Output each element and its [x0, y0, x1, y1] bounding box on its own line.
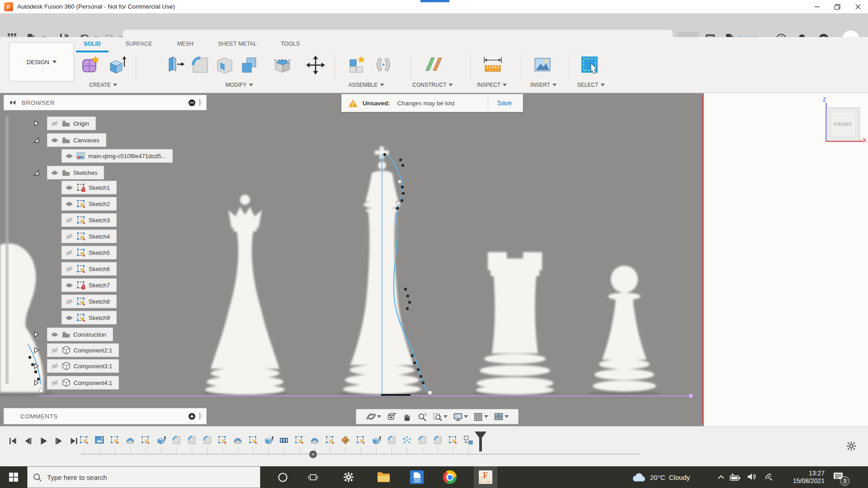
taskbar-search[interactable] [27, 466, 260, 488]
timeline-feature-component[interactable] [463, 435, 473, 445]
taskbar-app-cortana[interactable] [271, 466, 294, 488]
timeline-playhead[interactable] [474, 431, 487, 452]
panel-grip-icon[interactable] [199, 99, 202, 106]
timeline-feature-fillet[interactable] [202, 435, 212, 445]
design-workspace-menu[interactable]: DESIGN [9, 42, 74, 81]
visibility-eye-icon[interactable] [65, 185, 73, 191]
group-label-select[interactable]: SELECT [577, 82, 605, 88]
timeline-feature-rect-pattern[interactable] [279, 435, 289, 445]
browser-item-sketch1[interactable]: Sketch1 [61, 181, 117, 194]
taskbar-app-settings[interactable] [337, 466, 360, 488]
tray-volume-icon[interactable] [747, 472, 757, 481]
timeline-zoom-handle[interactable]: + [309, 450, 317, 458]
browser-item-origin[interactable]: Origin [47, 117, 96, 130]
measure-icon[interactable] [482, 54, 504, 76]
window-zoom-icon[interactable] [431, 411, 449, 422]
collapse-panel-icon[interactable] [9, 100, 16, 105]
expander-collapsed-icon[interactable] [33, 120, 40, 127]
timeline-feature-revolve[interactable] [125, 435, 135, 445]
create-form-icon[interactable] [80, 54, 101, 76]
visibility-eye-off-icon[interactable] [65, 217, 73, 223]
grid-display-icon[interactable] [472, 411, 490, 422]
fillet-icon[interactable] [189, 54, 211, 76]
taskbar-clock[interactable]: 13:27 15/08/2021 [774, 469, 825, 485]
browser-item-sketch9[interactable]: Sketch9 [61, 311, 117, 324]
timeline-feature-sketch[interactable] [356, 435, 366, 445]
timeline-track[interactable] [80, 454, 640, 455]
expander-expanded-icon[interactable] [33, 136, 40, 144]
split-body-icon[interactable] [272, 54, 293, 76]
ribbon-tab-solid[interactable]: SOLID [84, 41, 101, 47]
browser-item-sketch4[interactable]: Sketch4 [61, 230, 117, 243]
ribbon-tab-mesh[interactable]: MESH [177, 41, 193, 47]
ribbon-tab-tools[interactable]: TOOLS [281, 41, 300, 47]
group-label-modify[interactable]: MODIFY [226, 82, 253, 88]
timeline-feature-sketch[interactable] [448, 435, 458, 445]
viewcube-front-face[interactable]: FRONT [826, 108, 860, 141]
ribbon-tab-surface[interactable]: SURFACE [125, 41, 152, 47]
timeline-feature-fillet[interactable] [187, 435, 197, 445]
timeline-feature-fillet[interactable] [417, 435, 427, 445]
timeline-feature-sketch[interactable] [141, 435, 151, 445]
timeline-feature-sketch[interactable] [217, 435, 227, 445]
timeline-feature-revolve[interactable] [310, 435, 320, 445]
visibility-eye-off-icon[interactable] [65, 234, 73, 239]
browser-item-sketch8[interactable]: Sketch8 [61, 295, 117, 308]
expander-expanded-icon[interactable] [33, 169, 40, 176]
timeline-feature-sketch[interactable] [79, 435, 89, 445]
timeline-feature-extrude[interactable] [264, 435, 274, 445]
construction-plane-icon[interactable] [422, 54, 444, 76]
step-forward-icon[interactable] [53, 436, 64, 446]
visibility-eye-off-icon[interactable] [65, 266, 73, 272]
tray-battery-icon[interactable] [730, 472, 741, 482]
timeline-feature-extrude[interactable] [371, 435, 381, 445]
display-settings-icon[interactable] [452, 411, 469, 422]
timeline-feature-sketch[interactable] [110, 435, 120, 445]
collapse-all-icon[interactable] [188, 99, 196, 107]
visibility-eye-icon[interactable] [65, 315, 73, 321]
visibility-eye-icon[interactable] [65, 282, 73, 288]
browser-panel-header[interactable]: BROWSER [4, 95, 207, 110]
timeline-feature-fillet[interactable] [433, 435, 443, 445]
timeline-feature-sketch[interactable] [248, 435, 258, 445]
visibility-eye-off-icon[interactable] [65, 299, 73, 305]
expander-collapsed-icon[interactable] [33, 331, 40, 338]
visibility-eye-icon[interactable] [51, 332, 59, 338]
browser-item-main-qimg-c510f8e471dcd5-[interactable]: main-qimg-c510f8e471dcd5... [61, 149, 173, 163]
expander-collapsed-icon[interactable] [33, 362, 40, 370]
browser-scrollbar[interactable] [5, 117, 9, 384]
visibility-eye-icon[interactable] [51, 137, 59, 143]
look-at-icon[interactable] [385, 411, 398, 422]
browser-item-component2-1[interactable]: Component2:1 [47, 343, 119, 357]
close-icon[interactable] [848, 0, 868, 14]
browser-item-sketch3[interactable]: Sketch3 [61, 213, 117, 227]
go-to-end-icon[interactable] [69, 436, 80, 446]
tray-hidden-icons-icon[interactable] [717, 474, 725, 481]
search-input[interactable] [47, 474, 237, 481]
browser-item-sketches[interactable]: Sketches [47, 166, 104, 179]
add-comment-icon[interactable] [188, 413, 196, 420]
browser-item-construction[interactable]: Construction [47, 328, 113, 341]
visibility-eye-off-icon[interactable] [51, 380, 59, 386]
visibility-eye-off-icon[interactable] [51, 347, 59, 353]
start-button[interactable] [0, 466, 27, 488]
extrude-icon[interactable] [105, 54, 127, 76]
timeline-feature-fillet[interactable] [171, 435, 181, 445]
timeline-feature-plane[interactable] [340, 435, 350, 445]
expander-collapsed-icon[interactable] [33, 379, 40, 386]
ribbon-tab-sheet-metal[interactable]: SHEET METAL [218, 41, 257, 47]
notification-badge[interactable]: 3 [840, 476, 849, 486]
visibility-eye-icon[interactable] [65, 153, 73, 159]
browser-item-sketch5[interactable]: Sketch5 [61, 246, 117, 259]
go-to-start-icon[interactable] [7, 436, 18, 446]
timeline-feature-extrude[interactable] [156, 435, 166, 445]
joint-icon[interactable] [373, 54, 394, 76]
visibility-eye-icon[interactable] [51, 170, 59, 176]
group-label-insert[interactable]: INSERT [530, 82, 557, 88]
comments-panel-header[interactable]: COMMENTS [4, 408, 207, 424]
viewport-canvas[interactable]: BROWSER OriginCanvasesmain-qimg-c510f8e4… [0, 93, 868, 426]
browser-item-sketch6[interactable]: Sketch6 [61, 262, 117, 276]
taskbar-weather[interactable]: 20°CCloudy [631, 466, 690, 488]
taskbar-app-file-explorer[interactable] [372, 466, 396, 488]
orbit-icon[interactable] [365, 411, 382, 422]
